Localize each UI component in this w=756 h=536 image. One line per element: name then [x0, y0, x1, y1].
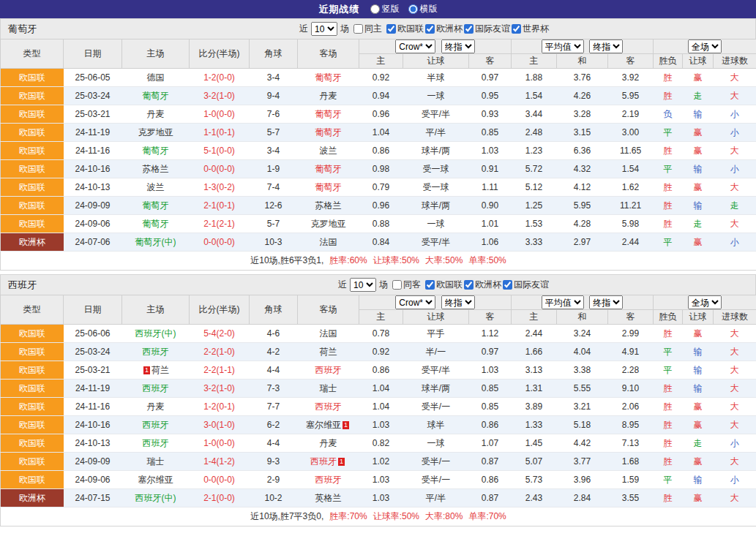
layout-option-label: 横版 — [420, 3, 438, 15]
match-date: 25-03-21 — [64, 361, 122, 380]
match-row: 欧国联25-03-24西班牙2-2(1-0)4-2荷兰0.92半/一0.971.… — [1, 343, 756, 361]
same-venue-filter[interactable]: 同主 — [353, 23, 382, 35]
handicap-line: 受平/半 — [403, 105, 469, 124]
team-label: 西班牙 — [143, 383, 169, 393]
col-header-avg-draw: 和 — [557, 54, 608, 69]
odds-stage-select[interactable]: 终指 — [441, 295, 475, 309]
corners: 1-9 — [250, 160, 298, 178]
competition-checkbox[interactable] — [386, 24, 396, 34]
match-row: 欧洲杯24-07-06葡萄牙(中)0-0(0-0)10-3法国0.84受平/半1… — [1, 233, 756, 252]
team-label: 西班牙 — [310, 456, 337, 467]
competition-label: 国际友谊 — [475, 23, 510, 35]
same-venue-label: 同客 — [403, 279, 421, 291]
competition-checkbox[interactable] — [425, 24, 435, 34]
handicap-line: 受一球 — [403, 160, 469, 178]
match-date: 25-03-24 — [64, 87, 122, 105]
handicap-line: 平/半 — [403, 489, 469, 507]
competition-filter[interactable]: 欧洲杯 — [464, 279, 501, 291]
result-outcome: 平 — [654, 233, 683, 252]
avg-source-select[interactable]: 平均值 — [542, 39, 584, 53]
team-label: 葡萄牙 — [315, 127, 342, 137]
match-date: 24-09-09 — [64, 453, 122, 471]
corners: 5-7 — [250, 124, 298, 142]
competition-type: 欧国联 — [1, 453, 64, 471]
team-label: 西班牙(中) — [135, 493, 176, 503]
layout-radio[interactable] — [370, 4, 380, 14]
result-outcome: 胜 — [654, 69, 683, 87]
competition-type: 欧国联 — [1, 343, 64, 361]
team-section: 葡萄牙 近 10 场 同主 欧国联欧洲杯国际友谊世界杯 类 — [0, 18, 756, 271]
corners: 7-4 — [250, 178, 298, 197]
away-odds: 0.87 — [469, 489, 512, 507]
avg-away-odds: 1.59 — [608, 471, 654, 489]
competition-type: 欧国联 — [1, 160, 64, 178]
competition-filter[interactable]: 国际友谊 — [503, 279, 549, 291]
score: 2-1(0-0) — [190, 489, 250, 507]
match-date: 24-09-06 — [64, 471, 122, 489]
same-venue-checkbox[interactable] — [392, 280, 402, 290]
competition-checkbox[interactable] — [464, 280, 474, 290]
same-venue-checkbox[interactable] — [353, 24, 363, 34]
competition-checkbox[interactable] — [503, 280, 512, 290]
avg-stage-select[interactable]: 终指 — [589, 295, 623, 309]
away-odds: 0.97 — [469, 343, 512, 361]
odds-stage-select[interactable]: 终指 — [441, 39, 475, 53]
competition-checkbox[interactable] — [512, 24, 521, 34]
bookmaker-select[interactable]: Crow* — [395, 295, 435, 309]
result-group-header: 全场 — [654, 295, 756, 310]
team-label: 德国 — [147, 72, 165, 83]
col-header-odds-home: 主 — [359, 310, 403, 325]
match-date: 25-03-21 — [64, 105, 122, 124]
avg-source-select[interactable]: 平均值 — [542, 295, 584, 309]
avg-away-odds: 11.21 — [608, 197, 654, 215]
avg-home-odds: 2.43 — [512, 489, 557, 507]
col-header-score: 比分(半场) — [190, 39, 250, 69]
result-handicap: 走 — [683, 215, 714, 233]
competition-filter[interactable]: 欧国联 — [425, 279, 463, 291]
avg-home-odds: 3.33 — [512, 233, 557, 252]
avg-home-odds: 1.66 — [512, 343, 557, 361]
score: 1-0(0-0) — [190, 105, 250, 124]
away-team: 荷兰 — [298, 343, 359, 361]
result-handicap: 赢 — [683, 233, 714, 252]
competition-filter[interactable]: 欧洲杯 — [425, 23, 463, 35]
bookmaker-select[interactable]: Crow* — [395, 39, 435, 53]
match-row: 欧国联24-10-16苏格兰0-0(0-0)1-9葡萄牙0.98受一球0.915… — [1, 160, 756, 178]
match-scope-select[interactable]: 全场 — [688, 295, 722, 309]
handicap-line: 受半/一 — [403, 471, 469, 489]
competition-checkbox[interactable] — [425, 280, 435, 290]
home-odds: 0.92 — [359, 69, 403, 87]
result-outcome: 平 — [654, 471, 683, 489]
result-goals: 小 — [714, 471, 756, 489]
competition-checkbox[interactable] — [464, 24, 474, 34]
match-date: 25-03-24 — [64, 343, 122, 361]
away-team: 苏格兰 — [298, 197, 359, 215]
result-goals: 大 — [714, 489, 756, 507]
avg-draw-odds: 3.76 — [557, 69, 608, 87]
match-count-select[interactable]: 10 — [311, 22, 337, 36]
avg-stage-select[interactable]: 终指 — [589, 39, 623, 53]
home-team: 德国 — [122, 69, 190, 87]
avg-draw-odds: 3.21 — [557, 398, 608, 416]
match-count-select[interactable]: 10 — [350, 278, 376, 292]
competition-type: 欧洲杯 — [1, 489, 64, 507]
away-odds: 0.90 — [469, 197, 512, 215]
same-venue-filter[interactable]: 同客 — [392, 279, 421, 291]
col-header-goals-result: 进球数 — [714, 54, 756, 69]
competition-filter[interactable]: 国际友谊 — [464, 23, 510, 35]
competition-filter[interactable]: 欧国联 — [386, 23, 424, 35]
avg-home-odds: 3.13 — [512, 361, 557, 380]
competition-filter[interactable]: 世界杯 — [512, 23, 549, 35]
layout-option-1[interactable]: 横版 — [408, 3, 438, 15]
handicap-line: 受半/一 — [403, 453, 469, 471]
match-date: 25-06-05 — [64, 69, 122, 87]
result-group-header: 全场 — [654, 39, 756, 54]
layout-radio[interactable] — [408, 4, 418, 14]
away-team: 西班牙1 — [298, 453, 359, 471]
team-label: 西班牙 — [315, 365, 342, 375]
competition-label: 世界杯 — [523, 23, 549, 35]
match-date: 24-09-09 — [64, 197, 122, 215]
match-scope-select[interactable]: 全场 — [688, 39, 722, 53]
avg-draw-odds: 5.95 — [557, 197, 608, 215]
layout-option-0[interactable]: 竖版 — [370, 3, 400, 15]
